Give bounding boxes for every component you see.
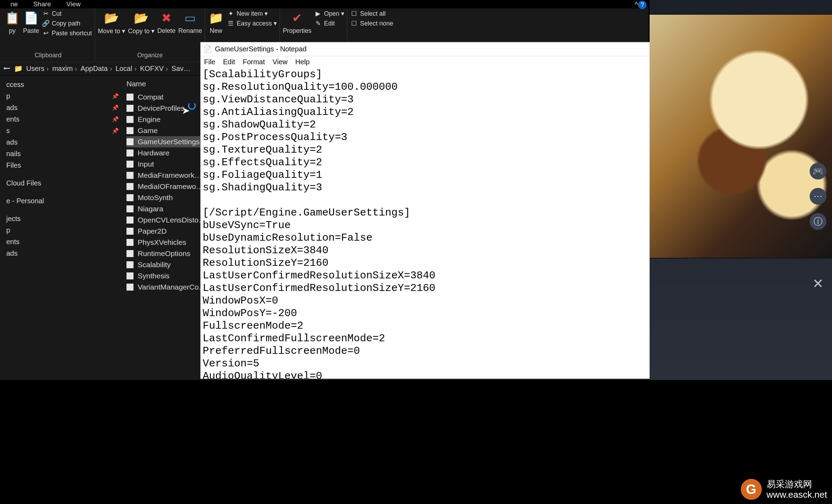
cut-button[interactable]: ✂Cut bbox=[42, 10, 62, 17]
scissors-icon: ✂ bbox=[42, 10, 50, 17]
open-label: Open ▾ bbox=[324, 10, 344, 17]
file-icon bbox=[126, 116, 133, 123]
select-all-button[interactable]: ☐Select all bbox=[350, 10, 385, 17]
move-icon: 📂 bbox=[103, 10, 120, 26]
ribbon-tab-share[interactable]: Share bbox=[26, 0, 59, 8]
file-name: Engine bbox=[138, 115, 160, 124]
new-folder-button[interactable]: 📁New bbox=[208, 10, 224, 35]
nav-item[interactable]: ads bbox=[0, 137, 122, 148]
navigation-pane[interactable]: ccessp📌ads📌ents📌s📌adsnailsFilesCloud Fil… bbox=[0, 75, 122, 380]
file-name: RuntimeOptions bbox=[138, 249, 190, 258]
nav-item[interactable]: ccess bbox=[0, 79, 122, 90]
breadcrumb[interactable]: Sav… bbox=[172, 65, 190, 73]
info-icon[interactable]: ⓘ bbox=[810, 213, 826, 230]
file-icon bbox=[126, 105, 133, 112]
properties-label: Properties bbox=[283, 27, 311, 35]
file-name: Input bbox=[138, 160, 154, 168]
nav-item[interactable]: p bbox=[0, 225, 122, 236]
letterbox-bottom bbox=[0, 380, 832, 504]
move-to-button[interactable]: 📂Move to ▾ bbox=[98, 10, 125, 35]
open-icon: ▶ bbox=[314, 10, 322, 17]
file-icon bbox=[126, 284, 133, 291]
file-name: PhysXVehicles bbox=[138, 238, 186, 247]
watermark: G 易采游戏网 www.easck.net bbox=[741, 479, 827, 500]
nav-item[interactable]: Files bbox=[0, 160, 122, 171]
menu-edit[interactable]: Edit bbox=[223, 58, 235, 66]
ribbon-tab-home[interactable]: ne bbox=[3, 0, 26, 8]
gamepad-icon[interactable]: 🎮 bbox=[810, 163, 826, 180]
paste-label: Paste bbox=[23, 27, 39, 35]
file-icon bbox=[126, 272, 133, 279]
delete-button[interactable]: ✖Delete bbox=[157, 10, 175, 35]
easy-access-label: Easy access ▾ bbox=[237, 20, 277, 27]
nav-item[interactable]: p📌 bbox=[0, 90, 122, 102]
rename-icon: ▭ bbox=[182, 10, 198, 26]
paste-icon: 📄 bbox=[23, 10, 39, 26]
rename-button[interactable]: ▭Rename bbox=[178, 10, 202, 35]
game-launcher-panel: 🎮 ⋯ ⓘ ✕ bbox=[650, 0, 832, 380]
nav-item[interactable]: nails bbox=[0, 148, 122, 160]
menu-file[interactable]: File bbox=[204, 58, 215, 66]
file-name: DeviceProfiles bbox=[138, 104, 185, 112]
edit-button[interactable]: ✎Edit bbox=[314, 20, 335, 27]
notepad-app-icon: 📄 bbox=[203, 45, 212, 53]
nav-item[interactable]: Cloud Files bbox=[0, 177, 122, 189]
open-button[interactable]: ▶Open ▾ bbox=[314, 10, 344, 17]
copy-large-button[interactable]: 📋 py bbox=[4, 10, 20, 35]
file-icon bbox=[126, 127, 133, 134]
nav-item[interactable]: jects bbox=[0, 213, 122, 225]
properties-icon: ✔ bbox=[289, 10, 305, 26]
new-folder-icon: 📁 bbox=[208, 10, 224, 26]
ribbon-help-button[interactable]: ? bbox=[638, 1, 646, 9]
menu-view[interactable]: View bbox=[273, 58, 288, 66]
breadcrumb[interactable]: maxim bbox=[52, 65, 77, 73]
new-item-button[interactable]: ✦New item ▾ bbox=[227, 10, 268, 17]
select-all-icon: ☐ bbox=[350, 10, 358, 17]
ellipsis-icon[interactable]: ⋯ bbox=[810, 188, 826, 205]
breadcrumb[interactable]: AppData bbox=[81, 65, 112, 73]
watermark-line1: 易采游戏网 bbox=[767, 479, 827, 489]
select-none-icon: ☐ bbox=[350, 20, 358, 27]
nav-item[interactable]: ads📌 bbox=[0, 102, 122, 114]
pin-icon: 📌 bbox=[112, 93, 119, 100]
nav-item[interactable]: ents bbox=[0, 236, 122, 248]
copy-path-button[interactable]: 🔗Copy path bbox=[42, 20, 80, 27]
panel-side-icons: 🎮 ⋯ ⓘ bbox=[810, 163, 826, 230]
ribbon-group-clipboard: 📋 py 📄 Paste ✂Cut 🔗Copy path ↩Paste shor… bbox=[1, 8, 95, 61]
file-icon bbox=[126, 149, 133, 156]
explorer-ribbon-tabs: ne Share View bbox=[0, 0, 649, 8]
file-icon bbox=[126, 161, 133, 168]
file-icon bbox=[126, 94, 133, 101]
easy-access-icon: ☰ bbox=[227, 20, 234, 27]
file-name: GameUserSettings bbox=[138, 138, 200, 146]
nav-item[interactable]: e - Personal bbox=[0, 195, 122, 207]
shortcut-icon: ↩ bbox=[42, 29, 50, 37]
watermark-line2: www.easck.net bbox=[767, 489, 827, 500]
breadcrumb[interactable]: Local bbox=[116, 65, 137, 73]
breadcrumb[interactable]: Users bbox=[26, 65, 49, 73]
pin-icon: 📌 bbox=[112, 104, 119, 111]
menu-format[interactable]: Format bbox=[243, 58, 265, 66]
select-none-button[interactable]: ☐Select none bbox=[350, 20, 393, 27]
pin-icon: 📌 bbox=[112, 127, 119, 134]
properties-button[interactable]: ✔Properties bbox=[283, 10, 311, 35]
menu-help[interactable]: Help bbox=[295, 58, 310, 66]
copy-to-button[interactable]: 📂Copy to ▾ bbox=[128, 10, 154, 35]
copy-path-label: Copy path bbox=[52, 20, 80, 27]
nav-item[interactable]: ads bbox=[0, 248, 122, 259]
rename-label: Rename bbox=[178, 27, 202, 35]
sparkle-icon: ✦ bbox=[227, 10, 234, 17]
move-to-label: Move to ▾ bbox=[98, 27, 125, 35]
breadcrumb[interactable]: KOFXV bbox=[140, 65, 168, 73]
paste-button[interactable]: 📄 Paste bbox=[23, 10, 39, 35]
nav-item[interactable]: s📌 bbox=[0, 125, 122, 137]
back-button[interactable]: 🠔 bbox=[3, 65, 10, 73]
paste-shortcut-button[interactable]: ↩Paste shortcut bbox=[42, 29, 92, 37]
easy-access-button[interactable]: ☰Easy access ▾ bbox=[227, 20, 277, 27]
nav-item[interactable]: ents📌 bbox=[0, 114, 122, 125]
ribbon-collapse-button[interactable]: ^ bbox=[635, 1, 638, 9]
file-name: MediaFramework… bbox=[138, 171, 202, 180]
file-icon bbox=[126, 250, 133, 257]
ribbon-tab-view[interactable]: View bbox=[59, 0, 88, 8]
panel-close-button[interactable]: ✕ bbox=[810, 276, 826, 291]
